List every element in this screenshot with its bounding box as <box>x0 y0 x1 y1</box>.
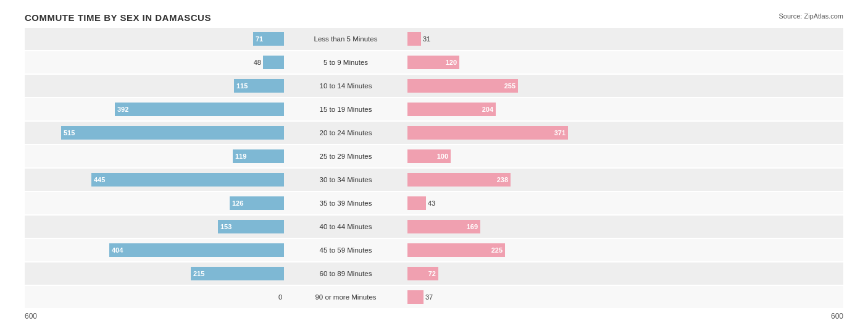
table-row: 115 10 to 14 Minutes 255 <box>25 75 843 97</box>
female-bar: 72 <box>407 267 438 280</box>
female-value-inside: 204 <box>482 106 493 113</box>
male-bar: 392 <box>115 103 284 116</box>
male-value-zero: 0 <box>278 293 282 301</box>
male-bar: 445 <box>91 173 284 187</box>
right-bar-container: 371 <box>407 122 667 144</box>
female-value-inside: 100 <box>437 153 448 160</box>
male-value-outside: 48 <box>254 59 261 66</box>
female-value-outside: 37 <box>425 293 433 301</box>
table-row: 445 30 to 34 Minutes 238 <box>25 169 843 191</box>
female-bar: 255 <box>407 79 518 93</box>
table-row: 404 45 to 59 Minutes 225 <box>25 239 843 261</box>
male-bar: 404 <box>109 243 284 257</box>
female-bar: 204 <box>407 103 496 116</box>
table-row: 153 40 to 44 Minutes 169 <box>25 216 843 238</box>
male-value-inside: 126 <box>232 199 243 207</box>
female-bar <box>407 196 426 210</box>
chart-title: COMMUTE TIME BY SEX IN DAMASCUS <box>25 12 843 23</box>
row-label: 25 to 29 Minutes <box>284 153 407 160</box>
right-bar-container: 238 <box>407 169 667 191</box>
right-bar-container: 72 <box>407 262 667 285</box>
female-bar: 100 <box>407 149 451 163</box>
female-bar: 225 <box>407 243 505 257</box>
female-value-inside: 255 <box>504 82 515 90</box>
axis-bottom: 600 600 <box>25 312 843 321</box>
left-bar-container: 153 <box>25 216 284 238</box>
female-value-outside: 43 <box>428 199 435 207</box>
table-row: 0 90 or more Minutes 37 <box>25 286 843 308</box>
male-value-inside: 392 <box>117 106 128 113</box>
female-bar: 238 <box>407 173 511 187</box>
table-row: 48 5 to 9 Minutes 120 <box>25 51 843 73</box>
male-bar: 153 <box>218 220 284 233</box>
row-label: 40 to 44 Minutes <box>284 223 407 230</box>
left-bar-container: 445 <box>25 169 284 191</box>
male-value-inside: 153 <box>220 223 232 230</box>
male-value-inside: 71 <box>256 35 263 43</box>
male-bar: 119 <box>233 149 284 163</box>
male-bar: 515 <box>61 126 284 140</box>
row-label: 35 to 39 Minutes <box>284 199 407 207</box>
table-row: 71 Less than 5 Minutes 31 <box>25 28 843 50</box>
left-bar-container: 71 <box>25 28 284 50</box>
left-bar-container: 119 <box>25 145 284 167</box>
table-row: 515 20 to 24 Minutes 371 <box>25 122 843 144</box>
axis-left-label: 600 <box>25 312 37 321</box>
table-row: 119 25 to 29 Minutes 100 <box>25 145 843 167</box>
right-bar-container: 255 <box>407 75 667 97</box>
row-label: 45 to 59 Minutes <box>284 246 407 254</box>
male-bar: 215 <box>191 267 284 280</box>
male-value-inside: 445 <box>94 176 105 183</box>
male-value-inside: 119 <box>235 153 246 160</box>
male-bar <box>263 56 284 69</box>
table-row: 126 35 to 39 Minutes 43 <box>25 192 843 214</box>
male-value-inside: 115 <box>236 82 248 90</box>
left-bar-container: 48 <box>25 51 284 73</box>
row-label: Less than 5 Minutes <box>284 35 407 43</box>
row-label: 5 to 9 Minutes <box>284 59 407 66</box>
table-row: 392 15 to 19 Minutes 204 <box>25 98 843 120</box>
left-bar-container: 215 <box>25 262 284 285</box>
left-bar-container: 392 <box>25 98 284 120</box>
male-bar: 126 <box>230 196 284 210</box>
right-bar-container: 31 <box>407 28 667 50</box>
right-bar-container: 204 <box>407 98 667 120</box>
female-value-inside: 225 <box>491 246 503 254</box>
source-label: Source: ZipAtlas.com <box>778 12 843 20</box>
chart-area: 71 Less than 5 Minutes 31 48 5 to 9 Minu… <box>25 28 843 308</box>
male-bar: 71 <box>253 32 284 46</box>
row-label: 20 to 24 Minutes <box>284 129 407 136</box>
female-bar: 169 <box>407 220 480 233</box>
female-value-outside: 31 <box>423 35 430 43</box>
right-bar-container: 169 <box>407 216 667 238</box>
female-bar: 120 <box>407 56 459 69</box>
female-bar: 371 <box>407 126 568 140</box>
table-row: 215 60 to 89 Minutes 72 <box>25 262 843 285</box>
female-value-inside: 120 <box>446 59 457 66</box>
female-bar <box>407 32 421 46</box>
right-bar-container: 100 <box>407 145 667 167</box>
male-value-inside: 215 <box>193 270 204 277</box>
male-value-inside: 404 <box>112 246 123 254</box>
axis-right-label: 600 <box>831 312 843 321</box>
right-bar-container: 120 <box>407 51 667 73</box>
left-bar-container: 126 <box>25 192 284 214</box>
row-label: 30 to 34 Minutes <box>284 176 407 183</box>
right-bar-container: 43 <box>407 192 667 214</box>
row-label: 60 to 89 Minutes <box>284 270 407 277</box>
row-label: 15 to 19 Minutes <box>284 106 407 113</box>
female-value-inside: 169 <box>467 223 478 230</box>
row-label: 10 to 14 Minutes <box>284 82 407 90</box>
female-bar <box>407 290 424 304</box>
female-value-inside: 238 <box>497 176 508 183</box>
male-value-inside: 515 <box>64 129 75 136</box>
male-bar: 115 <box>234 79 284 93</box>
left-bar-container: 115 <box>25 75 284 97</box>
row-label: 90 or more Minutes <box>284 293 407 301</box>
left-bar-container: 404 <box>25 239 284 261</box>
female-value-inside: 72 <box>428 270 436 277</box>
right-bar-container: 37 <box>407 286 667 308</box>
female-value-inside: 371 <box>554 129 565 136</box>
left-bar-container: 515 <box>25 122 284 144</box>
left-bar-container: 0 <box>25 286 284 308</box>
